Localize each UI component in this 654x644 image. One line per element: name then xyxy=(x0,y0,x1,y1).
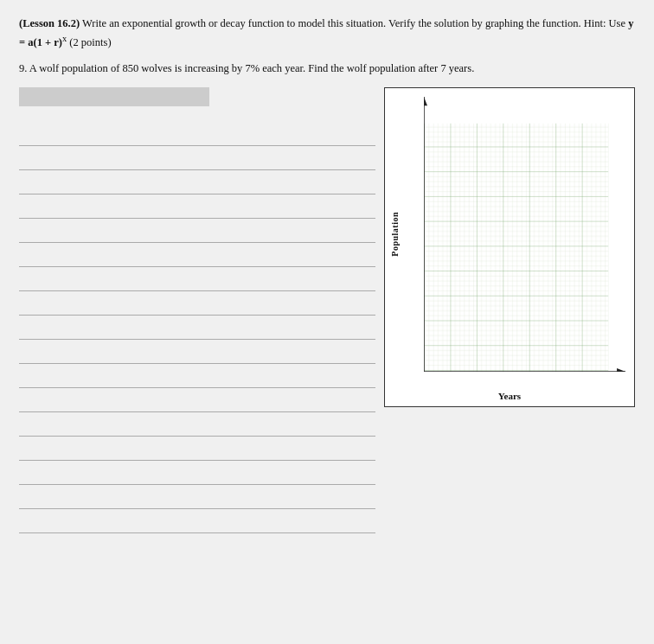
header-text: (Lesson 16.2) Write an exponential growt… xyxy=(19,16,635,52)
work-line xyxy=(19,509,375,533)
work-line xyxy=(19,170,375,194)
question-line: 9. A wolf population of 850 wolves is in… xyxy=(19,62,635,75)
work-line xyxy=(19,194,375,219)
work-line xyxy=(19,364,375,388)
work-line xyxy=(19,437,375,461)
left-work-area xyxy=(19,87,384,533)
work-line xyxy=(19,461,375,485)
work-line xyxy=(19,267,375,291)
work-line xyxy=(19,146,375,170)
work-line xyxy=(19,122,375,146)
y-axis-label: Population xyxy=(390,212,400,257)
work-line xyxy=(19,340,375,364)
work-line xyxy=(19,388,375,412)
question-text: A wolf population of 850 wolves is incre… xyxy=(27,62,474,74)
lesson-label: (Lesson 16.2) xyxy=(19,17,80,29)
svg-rect-2 xyxy=(424,124,608,372)
points-text: (2 points) xyxy=(67,37,111,49)
answer-input-box xyxy=(19,87,209,106)
page: (Lesson 16.2) Write an exponential growt… xyxy=(0,0,654,644)
instruction-text: Write an exponential growth or decay fun… xyxy=(80,17,628,29)
chart-plot-area: 1350 1300 1250 1200 1150 1100 1050 1000 … xyxy=(424,97,625,372)
work-line xyxy=(19,485,375,509)
x-axis-label: Years xyxy=(385,391,634,401)
work-area: Population Years xyxy=(19,87,635,533)
chart-container: Population Years xyxy=(384,87,635,407)
chart-svg: 1350 1300 1250 1200 1150 1100 1050 1000 … xyxy=(424,97,625,372)
work-line xyxy=(19,412,375,437)
question-number: 9. xyxy=(19,62,27,74)
work-line xyxy=(19,316,375,340)
lined-work-area xyxy=(19,122,375,533)
y-axis-label-container: Population xyxy=(389,97,400,372)
work-line xyxy=(19,219,375,243)
work-line xyxy=(19,243,375,267)
work-line xyxy=(19,291,375,316)
chart-area: Population Years xyxy=(384,87,635,407)
